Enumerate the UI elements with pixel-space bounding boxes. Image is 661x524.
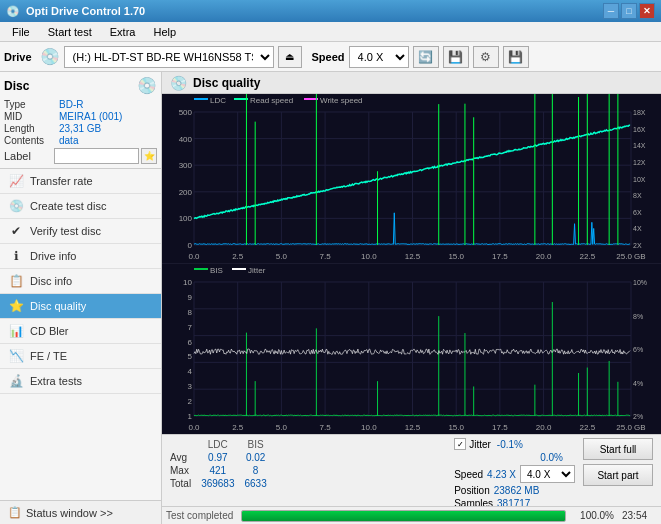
jitter-checkbox[interactable]: ✓ Jitter <box>454 438 491 450</box>
menu-extra[interactable]: Extra <box>102 24 144 40</box>
fe-te-label: FE / TE <box>30 350 67 362</box>
ldc-chart-wrapper <box>162 94 661 264</box>
stats-row-avg: Avg 0.97 0.02 <box>170 451 277 464</box>
jitter-value: -0.1% <box>497 439 523 450</box>
sidebar-item-transfer-rate[interactable]: 📈 Transfer rate <box>0 169 161 194</box>
contents-label: Contents <box>4 135 59 146</box>
speed-select[interactable]: 4.0 X <box>349 46 409 68</box>
maximize-button[interactable]: □ <box>621 3 637 19</box>
disc-quality-header: 💿 Disc quality <box>162 72 661 94</box>
label-input[interactable] <box>54 148 139 164</box>
col-header-empty <box>170 438 201 451</box>
col-header-ldc: LDC <box>201 438 244 451</box>
stats-table: LDC BIS Avg 0.97 0.02 Max 421 <box>170 438 446 490</box>
type-label: Type <box>4 99 59 110</box>
ldc-chart <box>162 94 661 263</box>
progress-time: 23:54 <box>622 510 657 521</box>
cd-bler-label: CD Bler <box>30 325 69 337</box>
position-value: 23862 MB <box>494 485 540 496</box>
max-bis: 8 <box>245 464 277 477</box>
charts-area <box>162 94 661 434</box>
eject-button[interactable]: ⏏ <box>278 46 302 68</box>
disc-quality-label: Disc quality <box>30 300 86 312</box>
create-test-disc-icon: 💿 <box>8 199 24 213</box>
sidebar-item-disc-info[interactable]: 📋 Disc info <box>0 269 161 294</box>
start-full-button[interactable]: Start full <box>583 438 653 460</box>
verify-test-disc-icon: ✔ <box>8 224 24 238</box>
settings-button[interactable]: ⚙ <box>473 46 499 68</box>
label-action-button[interactable]: ⭐ <box>141 148 157 164</box>
save-button[interactable]: 💾 <box>503 46 529 68</box>
position-label: Position <box>454 485 490 496</box>
speed-stat-value: 4.23 X <box>487 469 516 480</box>
type-value: BD-R <box>59 99 83 110</box>
disc-quality-header-icon: 💿 <box>170 75 187 91</box>
sidebar-item-cd-bler[interactable]: 📊 CD Bler <box>0 319 161 344</box>
bis-chart <box>162 264 661 434</box>
fe-te-icon: 📉 <box>8 349 24 363</box>
sidebar: Disc 💿 Type BD-R MID MEIRA1 (001) Length… <box>0 72 162 524</box>
close-button[interactable]: ✕ <box>639 3 655 19</box>
refresh-button[interactable]: 🔄 <box>413 46 439 68</box>
menu-help[interactable]: Help <box>145 24 184 40</box>
length-label: Length <box>4 123 59 134</box>
drive-info-icon: ℹ <box>8 249 24 263</box>
sidebar-item-extra-tests[interactable]: 🔬 Extra tests <box>0 369 161 394</box>
menu-bar: File Start test Extra Help <box>0 22 661 42</box>
start-part-button[interactable]: Start part <box>583 464 653 486</box>
disc-image-icon: 💿 <box>137 76 157 95</box>
status-text: Test completed <box>166 510 233 521</box>
disc-info-label: Disc info <box>30 275 72 287</box>
contents-value: data <box>59 135 78 146</box>
mid-value: MEIRA1 (001) <box>59 111 122 122</box>
title-bar: 💿 Opti Drive Control 1.70 ─ □ ✕ <box>0 0 661 22</box>
extra-tests-label: Extra tests <box>30 375 82 387</box>
app-icon: 💿 <box>6 5 20 18</box>
app-title: Opti Drive Control 1.70 <box>26 5 145 17</box>
col-header-bis: BIS <box>245 438 277 451</box>
transfer-rate-icon: 📈 <box>8 174 24 188</box>
progress-track <box>241 510 566 522</box>
toolbar: Drive 💿 (H:) HL-DT-ST BD-RE WH16NS58 TST… <box>0 42 661 72</box>
total-label: Total <box>170 477 201 490</box>
stats-bar: LDC BIS Avg 0.97 0.02 Max 421 <box>162 434 661 506</box>
disc-section-label: Disc <box>4 79 29 93</box>
menu-start-test[interactable]: Start test <box>40 24 100 40</box>
cd-bler-icon: 📊 <box>8 324 24 338</box>
disc-panel: Disc 💿 Type BD-R MID MEIRA1 (001) Length… <box>0 72 161 169</box>
burn-button[interactable]: 💾 <box>443 46 469 68</box>
label-field-label: Label <box>4 150 52 162</box>
bis-chart-wrapper <box>162 264 661 434</box>
verify-test-disc-label: Verify test disc <box>30 225 101 237</box>
main-content: 💿 Disc quality LDC BIS <box>162 72 661 524</box>
status-window-button[interactable]: 📋 Status window >> <box>0 500 161 524</box>
sidebar-item-verify-test-disc[interactable]: ✔ Verify test disc <box>0 219 161 244</box>
menu-file[interactable]: File <box>4 24 38 40</box>
extra-tests-icon: 🔬 <box>8 374 24 388</box>
drive-info-label: Drive info <box>30 250 76 262</box>
action-buttons: Start full Start part <box>583 438 653 486</box>
avg-bis: 0.02 <box>245 451 277 464</box>
sidebar-item-drive-info[interactable]: ℹ Drive info <box>0 244 161 269</box>
stats-speed-select[interactable]: 4.0 X <box>520 465 575 483</box>
sidebar-item-fe-te[interactable]: 📉 FE / TE <box>0 344 161 369</box>
progress-percent: 100.0% <box>574 510 614 521</box>
avg-label: Avg <box>170 451 201 464</box>
checkbox-tick: ✓ <box>454 438 466 450</box>
minimize-button[interactable]: ─ <box>603 3 619 19</box>
status-window-icon: 📋 <box>8 506 22 519</box>
disc-quality-icon: ⭐ <box>8 299 24 313</box>
drive-label: Drive <box>4 51 32 63</box>
stats-row-max: Max 421 8 <box>170 464 277 477</box>
progress-bar-container: Test completed 100.0% 23:54 <box>162 506 661 524</box>
jitter-area: ✓ Jitter -0.1% 0.0% Speed 4.23 X 4.0 X <box>454 438 575 509</box>
max-ldc: 421 <box>201 464 244 477</box>
stats-row-total: Total 369683 6633 <box>170 477 277 490</box>
sidebar-item-create-test-disc[interactable]: 💿 Create test disc <box>0 194 161 219</box>
create-test-disc-label: Create test disc <box>30 200 106 212</box>
jitter-max-value: 0.0% <box>540 452 563 463</box>
length-value: 23,31 GB <box>59 123 101 134</box>
drive-select[interactable]: (H:) HL-DT-ST BD-RE WH16NS58 TST4 <box>64 46 274 68</box>
disc-info-icon: 📋 <box>8 274 24 288</box>
sidebar-item-disc-quality[interactable]: ⭐ Disc quality <box>0 294 161 319</box>
